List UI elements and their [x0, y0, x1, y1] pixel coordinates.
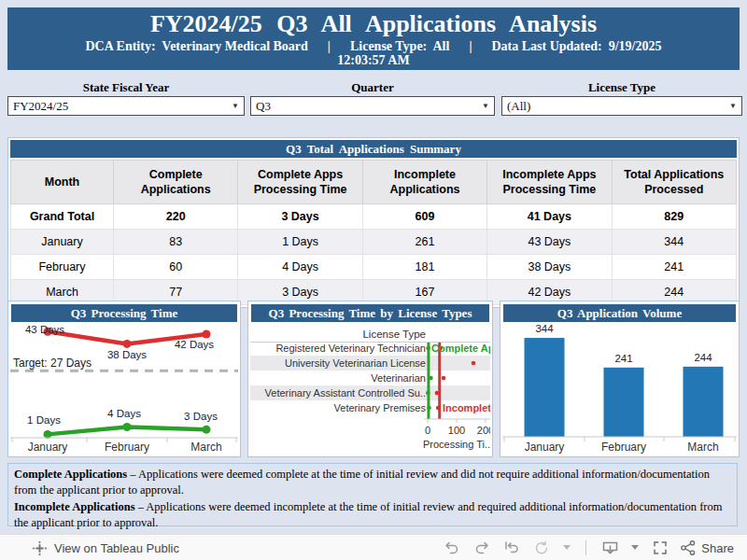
x-tick-label: 100	[448, 425, 465, 436]
cell-complete-time: 3 Days	[238, 204, 362, 230]
table-row-grand-total: Grand Total 220 3 Days 609 41 Days 829	[11, 204, 737, 230]
bar-label: 344	[535, 323, 554, 334]
cell-complete: 83	[114, 230, 238, 255]
dashboard: FY2024/25 Q3 All Applications Analysis D…	[0, 0, 747, 560]
redo-button[interactable]	[472, 539, 492, 557]
undo-button[interactable]	[442, 539, 462, 557]
data-point[interactable]	[203, 329, 211, 338]
data-point[interactable]	[426, 391, 430, 396]
page-subtitle-line1: DCA Entity: Veterinary Medical Board | L…	[7, 39, 740, 53]
data-point[interactable]	[472, 361, 476, 366]
filter-label-state-fiscal-year: State Fiscal Year	[7, 80, 245, 94]
data-point[interactable]	[427, 406, 431, 411]
col-header-complete: Complete Applications	[114, 161, 238, 204]
cell-month: January	[11, 230, 114, 255]
refresh-icon	[533, 539, 550, 556]
application-volume-chart[interactable]: 344241244JanuaryFebruaryMarch	[502, 323, 737, 455]
point-label: 42 Days	[175, 339, 214, 350]
point-label: 43 Days	[25, 324, 64, 335]
data-point[interactable]	[123, 340, 132, 348]
share-icon	[680, 539, 697, 556]
cell-incomplete-time: 43 Days	[487, 230, 612, 255]
cell-incomplete: 261	[362, 230, 486, 255]
column-header: License Type	[362, 329, 426, 340]
row-label[interactable]: Registered Veterinary Technician	[275, 343, 426, 354]
dashboard-header-banner: FY2024/25 Q3 All Applications Analysis D…	[7, 7, 740, 70]
fullscreen-button[interactable]	[650, 539, 670, 557]
cell-incomplete-time: 41 Days	[487, 204, 612, 230]
download-menu-caret[interactable]	[629, 539, 641, 557]
cell-complete-time: 1 Days	[238, 230, 362, 255]
cell-complete-time: 4 Days	[238, 255, 362, 280]
annotation-label: Incomplete Apps	[443, 402, 490, 413]
row-label[interactable]: Veterinary Premises	[334, 402, 427, 413]
cell-total: 344	[612, 230, 736, 255]
chevron-down-icon	[631, 545, 639, 551]
redo-icon	[473, 539, 490, 556]
reset-button[interactable]	[501, 539, 522, 557]
summary-table-title: Q3 Total Applications Summary	[10, 140, 737, 158]
summary-table: Month Complete Applications Complete App…	[10, 160, 737, 305]
annotation-label: Complete Apps	[431, 343, 490, 354]
data-point[interactable]	[429, 376, 433, 381]
dropdown-value: (All)	[507, 99, 530, 114]
filter-label-license-type: License Type	[501, 80, 742, 94]
chevron-down-icon: ▼	[729, 102, 737, 110]
col-header-incomplete-time: Incomplete Apps Processing Time	[487, 161, 612, 204]
bar[interactable]	[684, 367, 724, 437]
undo-icon	[444, 539, 460, 556]
download-icon	[601, 539, 619, 556]
chevron-down-icon	[563, 545, 571, 551]
cell-month: Grand Total	[11, 204, 114, 230]
table-row-january: January 83 1 Days 261 43 Days 344	[11, 230, 737, 255]
data-point[interactable]	[435, 391, 440, 396]
data-point[interactable]	[442, 376, 446, 381]
share-button[interactable]: Share	[680, 539, 734, 556]
point-label: 3 Days	[184, 411, 218, 422]
page-subtitle-line2: 12:03:57 AM	[7, 53, 740, 67]
quarter-dropdown[interactable]: Q3 ▼	[250, 96, 495, 116]
col-header-complete-time: Complete Apps Processing Time	[238, 161, 362, 204]
application-volume-panel: Q3 Application Volume 344241244JanuaryFe…	[500, 301, 740, 457]
row-label[interactable]: University Veterinarian License	[285, 357, 426, 369]
point-label: 4 Days	[107, 408, 141, 419]
processing-time-title: Q3 Processing Time	[11, 304, 237, 322]
bar-label: 241	[614, 353, 632, 364]
cell-total: 241	[612, 255, 736, 280]
license-types-chart[interactable]: License TypeRegistered Veterinary Techni…	[250, 323, 490, 455]
x-axis-label: January	[28, 441, 68, 454]
refresh-menu-caret[interactable]	[561, 539, 572, 557]
download-button[interactable]	[599, 539, 620, 557]
view-on-tableau-public-link[interactable]: View on Tableau Public	[32, 540, 179, 556]
toolbar-divider	[585, 540, 586, 555]
license-types-title: Q3 Processing Time by License Types	[251, 304, 489, 322]
definitions-footnote: Complete Applications – Applications wer…	[7, 463, 738, 526]
state-fiscal-year-dropdown[interactable]: FY2024/25 ▼	[7, 96, 245, 116]
refresh-button[interactable]	[531, 539, 552, 557]
data-point[interactable]	[436, 406, 441, 411]
bar[interactable]	[604, 368, 644, 437]
x-axis-label: February	[601, 441, 646, 454]
processing-time-chart[interactable]: Target: 27 Days43 Days38 Days42 Days1 Da…	[10, 323, 238, 455]
data-point[interactable]	[426, 346, 430, 351]
chevron-down-icon: ▼	[232, 102, 239, 110]
row-label[interactable]: Veterinarian	[371, 372, 426, 384]
cell-incomplete-time: 38 Days	[487, 255, 612, 280]
toolbar-buttons: Share	[442, 539, 734, 557]
x-axis-title: Processing Ti..	[423, 439, 490, 450]
cell-complete: 220	[114, 204, 238, 230]
tableau-logo-icon	[32, 540, 48, 556]
dropdown-value: Q3	[256, 99, 271, 114]
summary-table-section: Q3 Total Applications Summary Month Comp…	[7, 137, 740, 308]
license-type-dropdown[interactable]: (All) ▼	[501, 96, 742, 116]
bar[interactable]	[525, 338, 565, 437]
row-label[interactable]: Veterinary Assistant Controlled Su..	[265, 387, 426, 399]
col-header-incomplete: Incomplete Applications	[362, 161, 486, 204]
data-point[interactable]	[203, 426, 211, 434]
point-label: 38 Days	[107, 349, 147, 360]
x-axis-label: February	[105, 441, 149, 454]
data-point[interactable]	[123, 423, 132, 431]
reset-icon	[503, 539, 520, 556]
filter-state-fiscal-year: State Fiscal Year FY2024/25 ▼	[7, 80, 245, 116]
chevron-down-icon: ▼	[482, 102, 489, 110]
